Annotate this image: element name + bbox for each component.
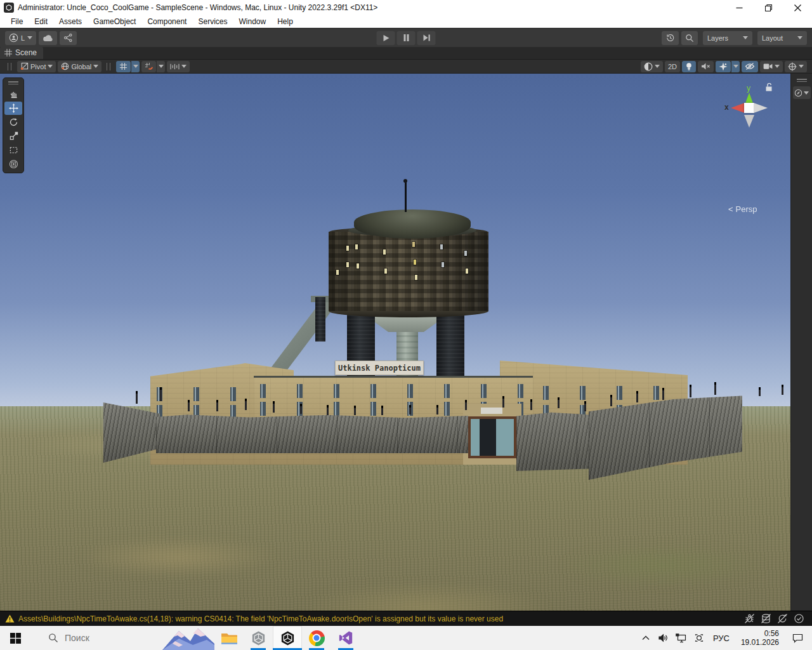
lamp-post: [436, 405, 438, 415]
projection-mode[interactable]: < Persp: [728, 204, 757, 214]
taskbar-chrome[interactable]: [302, 626, 331, 650]
camera-settings-dropdown[interactable]: [760, 61, 783, 72]
screen-record-button[interactable]: [691, 626, 707, 650]
cache-server-disconnected-icon[interactable]: [761, 613, 771, 624]
transform-tool-button[interactable]: [4, 157, 22, 171]
windows-logo-icon: [10, 633, 21, 644]
activity-check-icon[interactable]: [794, 613, 804, 624]
taskbar-unity-editor[interactable]: [273, 626, 302, 650]
widgets-button[interactable]: [162, 626, 214, 650]
snap-menu[interactable]: [157, 61, 165, 72]
account-button[interactable]: L: [5, 31, 36, 45]
menu-services[interactable]: Services: [192, 15, 233, 28]
close-button[interactable]: [783, 0, 812, 15]
menu-edit[interactable]: Edit: [29, 15, 53, 28]
collab-button[interactable]: [60, 31, 77, 45]
taskbar-visual-studio[interactable]: [331, 626, 360, 650]
menu-window[interactable]: Window: [233, 15, 272, 28]
undo-history-button[interactable]: [662, 31, 679, 45]
rect-tool-button[interactable]: [4, 143, 22, 157]
grid-visibility-toggle[interactable]: [116, 61, 131, 72]
tray-expand-button[interactable]: [638, 626, 653, 650]
play-button[interactable]: [377, 31, 395, 45]
gizmos-dropdown[interactable]: [785, 61, 807, 72]
refresh-paused-icon[interactable]: [777, 613, 788, 624]
language-indicator[interactable]: РУС: [709, 633, 733, 643]
tower-antenna: [405, 180, 407, 212]
lamp-post: [136, 391, 138, 404]
scene-viewport[interactable]: Utkinsk Panopticum: [0, 74, 812, 611]
overlay-strip-handle[interactable]: [797, 79, 807, 82]
axis-neg-y-cone[interactable]: [744, 115, 754, 128]
step-button[interactable]: [417, 31, 436, 45]
tower-cylinder: [329, 232, 488, 311]
clock[interactable]: 0:56 19.01.2026: [736, 629, 784, 647]
minimize-button[interactable]: [724, 0, 754, 15]
taskbar-file-explorer[interactable]: [214, 626, 244, 650]
clock-date: 19.01.2026: [741, 638, 779, 647]
lamp-post: [636, 391, 638, 402]
layout-dropdown[interactable]: Layout: [757, 31, 807, 45]
pause-button[interactable]: [397, 31, 416, 45]
unity-hub-icon: [251, 630, 266, 646]
tool-strip-handle[interactable]: [8, 81, 18, 84]
start-button[interactable]: [0, 626, 30, 650]
debugger-detached-icon[interactable]: [744, 613, 755, 624]
2d-toggle[interactable]: 2D: [665, 61, 680, 72]
move-tool-button[interactable]: [4, 102, 22, 115]
layers-dropdown[interactable]: Layers: [703, 31, 752, 45]
restore-button[interactable]: [754, 0, 783, 15]
windows-taskbar: РУС 0:56 19.01.2026: [0, 626, 812, 650]
pivot-mode-button[interactable]: Pivot: [17, 61, 56, 72]
menu-file[interactable]: File: [5, 15, 29, 28]
lamp-post: [759, 387, 761, 396]
snap-toggle[interactable]: [141, 61, 156, 72]
overlay-handle[interactable]: [8, 63, 11, 70]
network-button[interactable]: [674, 626, 689, 650]
gizmo-center-cube[interactable]: [744, 103, 754, 113]
effects-menu[interactable]: [731, 61, 740, 72]
audio-toggle[interactable]: [698, 61, 714, 72]
chevron-down-icon: [159, 65, 164, 68]
rotate-tool-button[interactable]: [4, 116, 22, 129]
scale-tool-button[interactable]: [4, 129, 22, 143]
orientation-gizmo[interactable]: y x < Persp: [717, 80, 787, 226]
axis-lock-icon[interactable]: [765, 83, 773, 92]
volume-button[interactable]: [656, 626, 671, 650]
scene-visibility-toggle[interactable]: [742, 61, 758, 72]
view-options-button[interactable]: [793, 86, 811, 99]
grid-visibility-icon: [119, 62, 128, 70]
lamp-post: [354, 406, 356, 415]
title-bar[interactable]: Administrator: Uncle_Coco_CoolGame - Sam…: [0, 0, 812, 15]
menu-assets[interactable]: Assets: [53, 15, 88, 28]
cloud-icon: [43, 34, 53, 42]
taskbar-unity-hub[interactable]: [244, 626, 273, 650]
chevron-down-icon: [133, 65, 138, 68]
chevron-down-icon: [27, 36, 32, 39]
scene-lighting-toggle[interactable]: [682, 61, 696, 72]
lamp-post: [662, 388, 664, 400]
menu-gameobject[interactable]: GameObject: [88, 15, 141, 28]
taskbar-search[interactable]: [30, 626, 162, 650]
hand-tool-button[interactable]: [4, 88, 22, 101]
global-mode-button[interactable]: Global: [58, 61, 102, 72]
status-bar[interactable]: Assets\Buildings\NpcTimeToAwake.cs(14,18…: [0, 611, 812, 626]
console-warning-message[interactable]: Assets\Buildings\NpcTimeToAwake.cs(14,18…: [18, 614, 503, 623]
grid-visibility-menu[interactable]: [131, 61, 140, 72]
unity-toolbar: L Layer: [0, 28, 812, 47]
axis-z-cone[interactable]: [754, 103, 768, 113]
taskbar-search-input[interactable]: [65, 633, 154, 643]
tab-scene[interactable]: Scene: [0, 46, 43, 59]
menu-help[interactable]: Help: [272, 15, 299, 28]
search-button[interactable]: [681, 31, 698, 45]
effects-toggle[interactable]: [716, 61, 731, 72]
action-center-button[interactable]: [787, 626, 808, 650]
axis-x-cone[interactable]: [731, 103, 745, 113]
overlay-handle[interactable]: [107, 63, 110, 70]
shading-mode-dropdown[interactable]: [641, 61, 663, 72]
compass-icon: [794, 89, 802, 97]
snap-increment-button[interactable]: [167, 61, 190, 72]
window-title: Administrator: Uncle_Coco_CoolGame - Sam…: [18, 3, 377, 12]
cloud-button[interactable]: [39, 31, 57, 45]
menu-component[interactable]: Component: [141, 15, 192, 28]
